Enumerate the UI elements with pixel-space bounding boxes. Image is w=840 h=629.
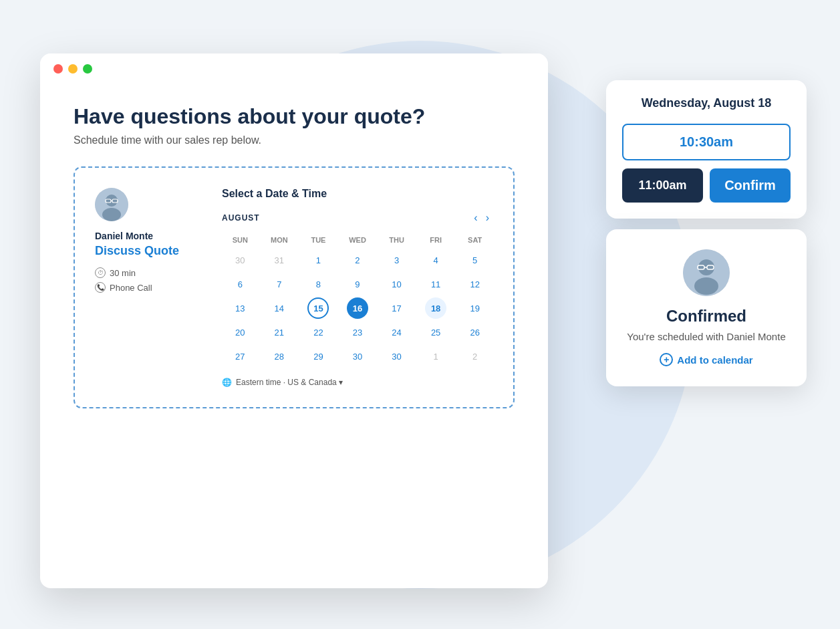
cal-day[interactable]: 22 [307, 322, 329, 343]
plus-icon: + [660, 353, 673, 366]
add-calendar-label: Add to calendar [677, 354, 752, 366]
maximize-dot[interactable] [83, 64, 92, 74]
day-header-mon: MON [261, 233, 298, 247]
timezone-label: Eastern time · US & Canada ▾ [236, 378, 343, 387]
scheduler-box: Daniel Monte Discuss Quote ⏱ 30 min 📞 Ph… [74, 166, 515, 408]
cal-day[interactable]: 19 [464, 297, 486, 319]
day-header-tue: TUE [300, 233, 337, 247]
cal-day[interactable]: 25 [425, 322, 446, 343]
cal-day: 2 [464, 346, 486, 367]
confirmed-avatar [683, 249, 730, 296]
clock-icon: ⏱ [95, 267, 106, 278]
scene: Have questions about your quote? Schedul… [0, 0, 840, 629]
duration-label: 30 min [110, 268, 136, 278]
rep-name: Daniel Monte [95, 231, 202, 241]
month-label: AUGUST [222, 213, 470, 223]
cal-day[interactable]: 2 [347, 249, 368, 271]
next-month-button[interactable]: › [482, 211, 493, 225]
cal-day: 31 [269, 249, 290, 271]
cal-day: 1 [425, 346, 446, 367]
confirmed-title: Confirmed [622, 307, 791, 326]
cal-day[interactable]: 3 [386, 249, 408, 271]
cal-day-15[interactable]: 15 [307, 297, 329, 319]
cal-day[interactable]: 10 [386, 273, 408, 295]
cal-day[interactable]: 26 [464, 322, 486, 343]
confirm-button[interactable]: Confirm [710, 168, 791, 203]
day-header-wed: WED [339, 233, 376, 247]
cal-day[interactable]: 5 [464, 249, 486, 271]
time-selection-card: Wednesday, August 18 10:30am 11:00am Con… [606, 80, 807, 219]
phone-icon: 📞 [95, 282, 106, 293]
day-header-thu: THU [378, 233, 415, 247]
calendar-title: Select a Date & Time [222, 188, 493, 200]
prev-month-button[interactable]: ‹ [470, 211, 481, 225]
day-header-sat: SAT [456, 233, 493, 247]
cal-day[interactable]: 29 [307, 346, 329, 367]
duration-meta: ⏱ 30 min [95, 267, 202, 278]
timezone-row[interactable]: 🌐 Eastern time · US & Canada ▾ [222, 378, 493, 387]
cal-day[interactable]: 7 [269, 273, 290, 295]
minimize-dot[interactable] [68, 64, 78, 74]
calendar-header: AUGUST ‹ › [222, 211, 493, 225]
cal-day[interactable]: 9 [347, 273, 368, 295]
page-subtitle: Schedule time with our sales rep below. [74, 134, 515, 146]
selected-time[interactable]: 10:30am [622, 124, 791, 160]
globe-icon: 🌐 [222, 378, 232, 387]
browser-window: Have questions about your quote? Schedul… [40, 53, 548, 588]
day-header-sun: SUN [222, 233, 259, 247]
cal-day[interactable]: 17 [386, 297, 408, 319]
cal-day[interactable]: 4 [425, 249, 446, 271]
close-dot[interactable] [53, 64, 63, 74]
browser-titlebar [40, 53, 548, 84]
cal-day[interactable]: 30 [386, 346, 408, 367]
time-buttons: 11:00am Confirm [622, 168, 791, 203]
cal-day[interactable]: 11 [425, 273, 446, 295]
cal-day[interactable]: 6 [229, 273, 251, 295]
cal-day[interactable]: 27 [229, 346, 251, 367]
call-type-meta: 📞 Phone Call [95, 282, 202, 293]
cal-day-18[interactable]: 18 [425, 297, 446, 319]
confirmed-subtitle: You're scheduled with Daniel Monte [622, 331, 791, 342]
calendar-section: Select a Date & Time AUGUST ‹ › SUN MON … [222, 188, 493, 387]
cal-day[interactable]: 1 [307, 249, 329, 271]
cal-day[interactable]: 12 [464, 273, 486, 295]
cal-day[interactable]: 28 [269, 346, 290, 367]
selected-date: Wednesday, August 18 [622, 96, 791, 110]
page-title: Have questions about your quote? [74, 104, 515, 129]
cal-day-16[interactable]: 16 [347, 297, 368, 319]
cal-day[interactable]: 14 [269, 297, 290, 319]
confirmed-card: Confirmed You're scheduled with Daniel M… [606, 229, 807, 386]
cal-day[interactable]: 13 [229, 297, 251, 319]
add-to-calendar-link[interactable]: + Add to calendar [622, 353, 791, 366]
call-type-label: Phone Call [110, 283, 152, 293]
day-header-fri: FRI [418, 233, 454, 247]
right-panels: Wednesday, August 18 10:30am 11:00am Con… [606, 80, 807, 386]
rep-avatar [95, 188, 128, 221]
browser-content: Have questions about your quote? Schedul… [40, 84, 548, 428]
svg-point-2 [102, 208, 121, 221]
calendar-grid: SUN MON TUE WED THU FRI SAT 30 31 1 2 3 … [222, 233, 493, 367]
scheduler-sidebar: Daniel Monte Discuss Quote ⏱ 30 min 📞 Ph… [95, 188, 202, 387]
meeting-type: Discuss Quote [95, 244, 202, 258]
cal-day[interactable]: 30 [347, 346, 368, 367]
cal-day[interactable]: 20 [229, 322, 251, 343]
cal-day[interactable]: 23 [347, 322, 368, 343]
cal-day[interactable]: 21 [269, 322, 290, 343]
cal-day: 30 [229, 249, 251, 271]
cal-day[interactable]: 8 [307, 273, 329, 295]
svg-point-8 [694, 277, 718, 295]
time-option-button[interactable]: 11:00am [622, 168, 703, 203]
cal-day[interactable]: 24 [386, 322, 408, 343]
